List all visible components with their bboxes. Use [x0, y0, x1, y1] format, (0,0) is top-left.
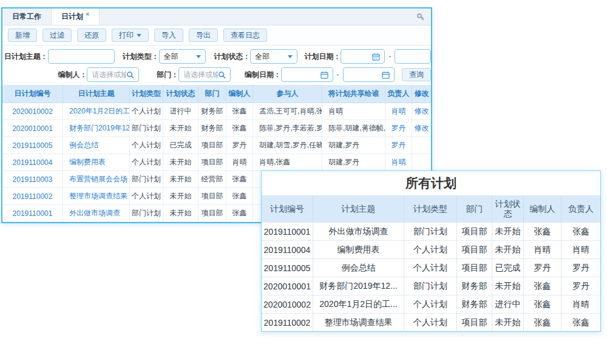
all-plans-header-status: 计划状态 [492, 195, 524, 222]
all-plans-header-dept: 部门 [457, 195, 492, 222]
all-plans-cell-subject: 财务部门2019年12... [313, 277, 404, 295]
dept-combobox[interactable] [178, 67, 230, 82]
create-date-from-input[interactable] [281, 67, 333, 82]
all-plans-cell-subject: 编制费用表 [313, 241, 404, 258]
subject-link[interactable]: 编制费用表 [69, 157, 106, 167]
edit-link[interactable]: 修改 [415, 123, 429, 133]
plan-id-link[interactable]: 2020010001 [12, 124, 53, 133]
import-button[interactable]: 导入 [154, 29, 183, 42]
subject-link[interactable]: 整理市场调查结果 [69, 191, 127, 201]
subject-link[interactable]: 财务部门2019年12月的... [69, 123, 130, 133]
add-button[interactable]: 新增 [8, 29, 37, 42]
caret-down-icon [288, 55, 293, 58]
all-plans-cell-plan-id: 2019110004 [262, 241, 313, 258]
tab-daily-plan[interactable]: 日计划 × [51, 8, 100, 25]
edit-link[interactable]: 修改 [415, 106, 429, 116]
plan-subject-input[interactable] [48, 49, 115, 64]
table-row[interactable]: 2019110004编制费用表个人计划未开始项目部肖晴肖晴,张鑫胡建,罗丹肖晴 [2, 154, 431, 171]
all-plans-header-subject: 计划主题 [313, 195, 404, 222]
header-share-with: 将计划共享给谁 [322, 85, 385, 103]
cell-plan-id: 2019110001 [2, 205, 63, 221]
cell-plan-id: 2019110005 [2, 137, 63, 153]
plan-id-link[interactable]: 2019110001 [13, 209, 53, 218]
all-plans-header-type: 计划类型 [404, 195, 457, 222]
table-row[interactable]: 2020010001财务部门2019年12月的...部门计划未开始财务部张鑫陈菲… [2, 120, 431, 137]
filter-button[interactable]: 过滤 [42, 29, 72, 42]
plan-status-label: 计划状态： [206, 52, 250, 62]
create-date-to-input[interactable] [343, 67, 395, 82]
plan-id-link[interactable]: 2019110004 [13, 158, 53, 167]
search-icon[interactable] [126, 71, 134, 79]
cell-creator: 罗丹 [226, 137, 253, 153]
cell-dept: 经营部 [198, 171, 226, 187]
calendar-icon[interactable] [320, 71, 328, 79]
plan-date-to-input[interactable] [395, 49, 431, 64]
cell-subject: 外出做市场调查 [63, 205, 130, 221]
cell-type: 部门计划 [130, 205, 163, 221]
restore-button[interactable]: 还原 [77, 29, 106, 42]
table-row[interactable]: 2019110005例会总结个人计划已完成项目部罗丹胡建,胡雪,罗丹,任晓...… [2, 137, 431, 154]
subject-link[interactable]: 外出做市场调查 [69, 208, 120, 218]
all-plans-cell-dept: 项目部 [457, 241, 492, 258]
plan-id-link[interactable]: 2019110003 [13, 175, 53, 184]
export-button[interactable]: 导出 [189, 29, 218, 42]
owner-link[interactable]: 肖晴 [392, 106, 406, 116]
plan-id-link[interactable]: 2019110005 [13, 141, 53, 150]
subject-link[interactable]: 布置营销展会会场 [69, 174, 127, 184]
create-date-label: 编制日期： [231, 70, 281, 80]
header-owner: 负责人 [385, 85, 412, 103]
all-plans-cell-subject: 外出做市场调查 [313, 223, 404, 240]
calendar-icon[interactable] [382, 71, 390, 79]
all-plans-row[interactable]: 2019110004编制费用表个人计划项目部未开始肖晴肖晴 [262, 240, 600, 258]
plan-date-from-input[interactable] [341, 49, 385, 64]
cell-participants: 孟浩,王可可,肖晴,张鑫 [253, 103, 322, 120]
owner-link[interactable]: 罗丹 [392, 140, 406, 150]
cell-plan-id: 2019110002 [2, 188, 63, 204]
plan-id-link[interactable]: 2019110002 [13, 192, 53, 201]
cell-creator: 张鑫 [226, 120, 253, 136]
all-plans-row[interactable]: 20200100022020年1月2日的工...个人计划财务部进行中张鑫肖晴 [262, 295, 600, 313]
dept-input[interactable] [183, 70, 217, 79]
all-plans-cell-owner: 肖晴 [561, 241, 600, 258]
owner-link[interactable]: 肖晴 [392, 157, 406, 167]
owner-link[interactable]: 罗丹 [392, 123, 406, 133]
cell-owner: 罗丹 [385, 120, 412, 136]
caret-down-icon [137, 34, 141, 37]
search-button[interactable]: 查询 [402, 68, 431, 81]
all-plans-cell-owner: 肖晴 [561, 295, 600, 313]
filter-form: 日计划主题： 计划类型： 全部 计划状态： 全部 计划日期： [2, 46, 431, 85]
all-plans-cell-plan-id: 2019110001 [262, 223, 313, 240]
all-plans-cell-dept: 财务部 [457, 295, 492, 313]
all-plans-cell-dept: 项目部 [457, 259, 492, 277]
subject-link[interactable]: 例会总结 [69, 140, 98, 150]
tab-daily-work[interactable]: 日常工作 [2, 8, 51, 25]
all-plans-row[interactable]: 2020010001财务部门2019年12...部门计划财务部未开始张鑫罗丹 [262, 277, 600, 295]
cell-creator: 张鑫 [226, 205, 253, 221]
creator-combobox[interactable] [87, 67, 138, 82]
cell-creator: 肖晴 [226, 154, 253, 170]
all-plans-row[interactable]: 2019110002整理市场调查结果个人计划项目部未开始张鑫张鑫 [262, 313, 600, 331]
view-log-button-label: 查看日志 [231, 30, 260, 41]
plan-type-value: 全部 [164, 52, 197, 62]
export-button-label: 导出 [196, 30, 211, 41]
all-plans-header-owner: 负责人 [561, 195, 600, 222]
search-icon[interactable] [218, 71, 226, 79]
print-button[interactable]: 打印 [112, 29, 149, 42]
all-plans-cell-status: 未开始 [492, 277, 524, 295]
view-log-button[interactable]: 查看日志 [223, 29, 267, 42]
all-plans-row[interactable]: 2019110001外出做市场调查部门计划项目部未开始张鑫张鑫 [262, 222, 600, 240]
subject-link[interactable]: 2020年1月2日的工作日... [69, 106, 130, 116]
key-icon[interactable] [416, 8, 425, 25]
calendar-icon[interactable] [372, 53, 380, 61]
creator-input[interactable] [92, 70, 126, 79]
all-plans-cell-dept: 项目部 [457, 223, 492, 240]
close-icon[interactable]: × [86, 10, 89, 18]
plan-type-select[interactable]: 全部 [159, 49, 206, 64]
plan-id-link[interactable]: 2020010002 [12, 107, 53, 116]
all-plans-cell-creator: 张鑫 [524, 223, 561, 240]
all-plans-cell-status: 未开始 [492, 314, 524, 331]
all-plans-row[interactable]: 2019110005例会总结个人计划项目部已完成罗丹罗丹 [262, 258, 600, 277]
table-row[interactable]: 20200100022020年1月2日的工作日...个人计划进行中财务部张鑫孟浩… [2, 103, 431, 120]
tab-daily-plan-label: 日计划 [61, 12, 83, 22]
plan-status-select[interactable]: 全部 [250, 49, 297, 64]
